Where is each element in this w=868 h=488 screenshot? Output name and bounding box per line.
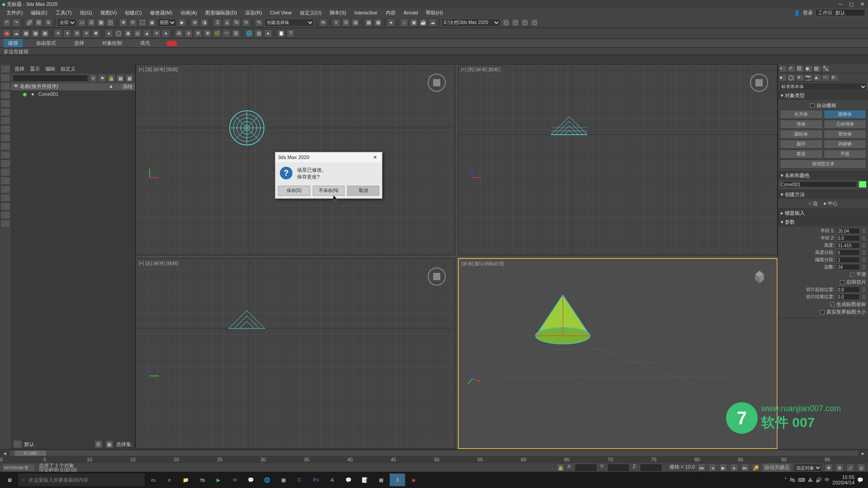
key-icon[interactable]: 🔑 xyxy=(752,464,760,472)
app1-icon[interactable]: ▦ xyxy=(276,474,291,486)
teapot-icon[interactable]: 🫖 xyxy=(3,29,11,38)
radius2-input[interactable]: 0.0 xyxy=(836,235,860,241)
container1-icon[interactable]: ▦ xyxy=(22,29,30,38)
spinner-snap-button[interactable]: ⟲ xyxy=(242,19,250,27)
container3-icon[interactable]: ▦ xyxy=(41,29,49,38)
light5-icon[interactable]: ✺ xyxy=(92,29,100,38)
time-handle[interactable]: 0 / 100 xyxy=(14,450,46,456)
globe-icon[interactable]: 🌐 xyxy=(245,29,253,38)
ps-icon[interactable]: Ps xyxy=(308,474,324,486)
tab-motion[interactable]: ◉ xyxy=(805,65,813,72)
user-icon[interactable]: 👤 xyxy=(794,10,800,16)
radius1-input[interactable]: 26.04 xyxy=(836,228,860,234)
scene-filter-4[interactable]: ▦ xyxy=(125,74,133,82)
prim-cylinder[interactable]: 圆柱体 xyxy=(780,130,823,139)
login-label[interactable]: 登录 xyxy=(803,9,813,16)
particles4-icon[interactable]: ❋ xyxy=(203,29,212,38)
layer2-icon[interactable]: ▥ xyxy=(255,29,263,38)
select-rect-button[interactable]: ▦ xyxy=(97,19,105,27)
scene-tool-5[interactable] xyxy=(0,99,10,108)
viewport-front[interactable]: [+] [前] [标准] [线框] xyxy=(458,64,778,255)
nav4-icon[interactable]: ◎ xyxy=(857,464,865,472)
object-name-input[interactable] xyxy=(780,181,857,188)
scene-tool-19[interactable] xyxy=(0,220,10,228)
cat-lights[interactable]: ☀ xyxy=(796,74,804,81)
cat-shapes[interactable]: ◯ xyxy=(788,74,796,81)
scene-search-input[interactable] xyxy=(13,75,88,82)
torus-icon[interactable]: ◎ xyxy=(133,29,142,38)
particles3-icon[interactable]: ✲ xyxy=(194,29,202,38)
hseg-input[interactable]: 5 xyxy=(836,249,860,256)
redo-button[interactable]: ↷ xyxy=(12,19,20,27)
prim-textplus[interactable]: 加强型文本 xyxy=(780,160,866,169)
minimize-button[interactable]: ─ xyxy=(836,1,844,7)
realworld-check[interactable] xyxy=(820,310,825,314)
vp4-icon[interactable]: ▢ xyxy=(530,19,538,27)
prim-geosphere[interactable]: 几何球体 xyxy=(824,120,867,129)
notepad-icon[interactable]: 📝 xyxy=(357,474,373,486)
cseg-spinner[interactable] xyxy=(862,257,866,263)
menu-graph[interactable]: 图形编辑器(D) xyxy=(202,9,241,17)
ribbon-tab-freeform[interactable]: 自由形式 xyxy=(32,39,61,47)
scene-layers-icon[interactable]: ☰ xyxy=(94,440,103,448)
scene-tool-9[interactable] xyxy=(0,134,10,142)
height-input[interactable]: 31.415 xyxy=(836,242,860,249)
unlink-button[interactable]: ⛓ xyxy=(35,19,43,27)
time-slider[interactable]: 0 / 100 xyxy=(10,450,858,456)
nav2-icon[interactable]: ⊕ xyxy=(835,464,844,472)
coord-y-input[interactable] xyxy=(607,464,630,472)
radio-center[interactable]: ● 中心 xyxy=(823,200,838,207)
percent-snap-button[interactable]: % xyxy=(232,19,241,27)
snap-button[interactable]: 3 xyxy=(213,19,222,27)
coord-z-input[interactable] xyxy=(640,464,662,472)
disc-icon[interactable]: ● xyxy=(162,29,170,38)
scene-item[interactable]: ◉ ● Cone001 xyxy=(11,90,135,98)
scenetab-custom[interactable]: 自定义 xyxy=(61,66,75,72)
play-next[interactable]: ▸ xyxy=(730,464,738,472)
help-icon[interactable]: ? xyxy=(287,29,295,38)
autokey-button[interactable]: 自动关键点 xyxy=(763,464,791,472)
particles1-icon[interactable]: ⁂ xyxy=(175,29,183,38)
play-end[interactable]: ⏭ xyxy=(741,464,749,472)
vp2-icon[interactable]: ▢ xyxy=(511,19,519,27)
prim-box[interactable]: 长方体 xyxy=(780,110,823,119)
maximize-button[interactable]: ▢ xyxy=(847,1,855,7)
browser-icon[interactable]: 🌐 xyxy=(259,474,275,486)
cat-geometry[interactable]: ● xyxy=(779,74,787,81)
scene-tool-4[interactable] xyxy=(0,91,10,99)
sides-spinner[interactable] xyxy=(862,264,866,270)
render-button[interactable]: ☕ xyxy=(419,19,427,27)
tab-create[interactable]: + xyxy=(779,65,787,72)
menu-arnold[interactable]: Arnold xyxy=(400,9,422,16)
autodesk-icon[interactable]: A xyxy=(325,474,340,486)
play-button[interactable]: ▶ xyxy=(719,464,727,472)
scene-tool-17[interactable] xyxy=(0,202,10,211)
scene-tool-14[interactable] xyxy=(0,177,10,185)
menu-help[interactable]: 帮助(H) xyxy=(422,9,446,17)
prim-torus[interactable]: 圆环 xyxy=(780,140,823,149)
time-ruler[interactable]: 0510152025303540455055606570758085909510… xyxy=(0,457,868,463)
scene-tool-11[interactable] xyxy=(0,151,10,159)
close-button[interactable]: ✕ xyxy=(858,1,866,7)
link-button[interactable]: 🔗 xyxy=(25,19,33,27)
scenetab-select[interactable]: 选择 xyxy=(14,66,24,72)
light4-icon[interactable]: ✳ xyxy=(82,29,90,38)
pivot-button[interactable]: ◆ xyxy=(178,19,186,27)
scene-header-name[interactable]: 名称(按升序排序) xyxy=(20,83,110,90)
layer-button[interactable]: ☰ xyxy=(342,19,350,27)
menu-customize[interactable]: 自定义(U) xyxy=(296,9,325,17)
dialog-close-button[interactable]: ✕ xyxy=(370,155,379,160)
cat-space[interactable]: 〰 xyxy=(822,74,830,81)
play-prev[interactable]: ◂ xyxy=(708,464,717,472)
scene-tool-8[interactable] xyxy=(0,125,10,133)
select-button[interactable]: ▭ xyxy=(78,19,86,27)
tray-notif-icon[interactable]: 💬 xyxy=(857,477,863,483)
particles2-icon[interactable]: ※ xyxy=(184,29,193,38)
scene-header-frozen[interactable]: 冻结 xyxy=(114,83,132,90)
workspace-dropdown[interactable] xyxy=(816,9,865,16)
scene-tool-10[interactable] xyxy=(0,142,10,150)
media-icon[interactable]: ▶ xyxy=(211,474,226,486)
tree-icon[interactable]: 🌿 xyxy=(213,29,221,38)
radius1-spinner[interactable] xyxy=(862,228,866,234)
3dsmax-icon[interactable]: 3 xyxy=(390,474,405,486)
